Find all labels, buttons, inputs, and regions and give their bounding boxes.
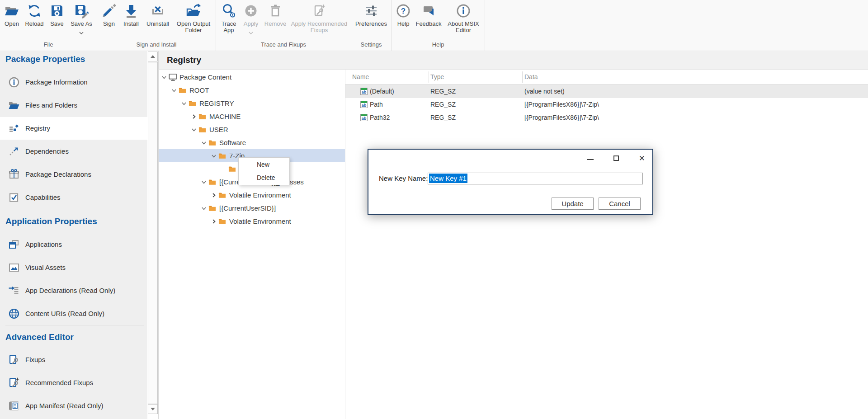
sidebar-item-registry[interactable]: Registry (0, 117, 147, 140)
context-menu-item-delete[interactable]: Delete (239, 171, 289, 184)
sidebar-item-content-uris[interactable]: Content URIs (Read Only) (0, 302, 147, 325)
preferences-label: Preferences (355, 21, 387, 27)
chevron-down-icon[interactable] (201, 140, 208, 146)
column-divider[interactable] (429, 71, 429, 83)
column-header-data[interactable]: Data (524, 70, 538, 85)
value-row-path[interactable]: Path REG_SZ [{ProgramFilesX86}]\7-Zip\ (345, 98, 868, 111)
trace-app-button[interactable]: Trace App (217, 0, 240, 33)
chevron-down-icon[interactable] (191, 127, 198, 132)
chevron-spacer (221, 166, 228, 172)
uninstall-button[interactable]: Uninstall (143, 0, 173, 27)
tree-item-volatile-environment-1[interactable]: Volatile Environment (211, 188, 291, 202)
tree-item-user[interactable]: USER (191, 123, 228, 136)
folder-icon (218, 192, 227, 198)
chevron-right-icon[interactable] (191, 113, 198, 119)
apply-recommended-fixups-button: Apply Recommended Fixups (289, 0, 349, 33)
sidebar-item-recommended-fixups[interactable]: Recommended Fixups (0, 372, 147, 394)
chevron-down-icon[interactable] (211, 153, 218, 159)
new-key-name-label: New Key Name: (379, 173, 428, 184)
context-menu-item-new[interactable]: New (239, 158, 289, 171)
open-button[interactable]: Open (1, 0, 22, 27)
triangle-up-icon (151, 55, 155, 58)
install-button[interactable]: Install (119, 0, 143, 27)
minimize-icon[interactable] (587, 159, 594, 160)
chevron-down-icon[interactable] (201, 179, 208, 185)
folder-icon (179, 87, 188, 94)
registry-values-list: Name Type Data (Default) REG_SZ (value n… (345, 70, 868, 419)
scrollbar-thumb[interactable] (148, 62, 158, 404)
cancel-button[interactable]: Cancel (599, 198, 641, 210)
sidebar-divider (5, 209, 144, 209)
list-header: Name Type Data (345, 70, 868, 85)
scroll-down-button[interactable] (148, 404, 158, 414)
chevron-right-icon[interactable] (211, 192, 218, 198)
tree-item-package-content[interactable]: Package Content (161, 71, 231, 84)
value-row-path32[interactable]: Path32 REG_SZ [{ProgramFilesX86}]\7-Zip\ (345, 111, 868, 124)
chevron-down-icon (249, 28, 253, 36)
tree-item-software[interactable]: Software (201, 136, 246, 149)
preferences-button[interactable]: Preferences (353, 0, 390, 27)
column-header-type[interactable]: Type (430, 70, 444, 85)
maximize-icon[interactable] (613, 155, 619, 161)
string-value-icon (360, 101, 368, 108)
update-button[interactable]: Update (552, 198, 594, 210)
save-as-button[interactable]: Save As (67, 0, 95, 36)
close-icon[interactable]: ✕ (639, 155, 645, 162)
install-label: Install (123, 21, 139, 27)
feedback-button[interactable]: Feedback (414, 0, 443, 27)
chevron-down-icon[interactable] (171, 87, 179, 93)
tree-item-new-key[interactable] (221, 162, 239, 175)
sidebar-item-visual-assets[interactable]: Visual Assets (0, 256, 147, 279)
column-divider[interactable] (522, 71, 523, 83)
chevron-right-icon[interactable] (211, 218, 218, 224)
sidebar-divider (5, 325, 144, 325)
apply-recommended-fixups-icon (311, 3, 327, 19)
section-heading-package-properties: Package Properties (5, 53, 85, 65)
sidebar-scrollbar[interactable] (147, 51, 158, 419)
tree-item-currentusersid[interactable]: [{CurrentUserSID}] (201, 202, 276, 215)
reload-icon (27, 3, 42, 19)
folder-icon (198, 113, 208, 120)
save-icon (49, 3, 65, 19)
section-heading-advanced-editor: Advanced Editor (5, 331, 74, 343)
chevron-down-icon (79, 28, 84, 36)
ribbon-group-label: Help (432, 41, 444, 50)
sidebar-item-dependencies[interactable]: Dependencies (0, 140, 147, 163)
chevron-down-icon[interactable] (161, 74, 169, 80)
save-label: Save (50, 21, 64, 27)
new-key-name-input[interactable]: New Key #1 (428, 173, 643, 184)
chevron-down-icon[interactable] (201, 205, 208, 211)
sidebar-item-package-declarations[interactable]: Package Declarations (0, 163, 147, 186)
open-output-folder-button[interactable]: Open Output Folder (173, 0, 214, 33)
chevron-down-icon[interactable] (181, 100, 189, 106)
about-msix-editor-button[interactable]: About MSIX Editor (443, 0, 483, 33)
value-row-default[interactable]: (Default) REG_SZ (value not set) (345, 85, 868, 98)
help-button[interactable]: ? Help (393, 0, 414, 27)
svg-text:?: ? (401, 7, 406, 15)
sidebar-item-package-information[interactable]: Package Information (0, 71, 147, 94)
tree-item-machine[interactable]: MACHINE (191, 110, 241, 123)
ribbon-group-settings: Preferences Settings (351, 0, 392, 51)
image-icon (8, 262, 20, 273)
scroll-up-button[interactable] (148, 52, 158, 61)
save-button[interactable]: Save (47, 0, 67, 27)
folder-icon (208, 179, 217, 185)
sidebar-item-applications[interactable]: Applications (0, 233, 147, 256)
sign-button[interactable]: Sign (99, 0, 119, 27)
column-header-name[interactable]: Name (352, 70, 369, 85)
ribbon-group-label: File (44, 41, 53, 50)
sidebar-item-fixups[interactable]: Fixups (0, 348, 147, 371)
open-output-folder-label: Open Output Folder (173, 21, 214, 33)
sidebar-item-capabilities[interactable]: Capabilities (0, 186, 147, 209)
preferences-sliders-icon (363, 3, 379, 19)
reload-button[interactable]: Reload (22, 0, 47, 27)
sidebar-item-app-manifest[interactable]: App Manifest (Read Only) (0, 395, 147, 417)
tree-item-root[interactable]: ROOT (171, 84, 209, 97)
recommended-fixups-star-icon (8, 377, 20, 389)
ribbon-toolbar: Open Reload Save Save As (0, 0, 868, 51)
tree-item-registry[interactable]: REGISTRY (181, 97, 234, 110)
sidebar-item-app-declarations[interactable]: App Declarations (Read Only) (0, 279, 147, 302)
checkbox-icon (8, 192, 20, 203)
sidebar-item-files-and-folders[interactable]: Files and Folders (0, 94, 147, 117)
tree-item-volatile-environment-2[interactable]: Volatile Environment (211, 215, 291, 228)
